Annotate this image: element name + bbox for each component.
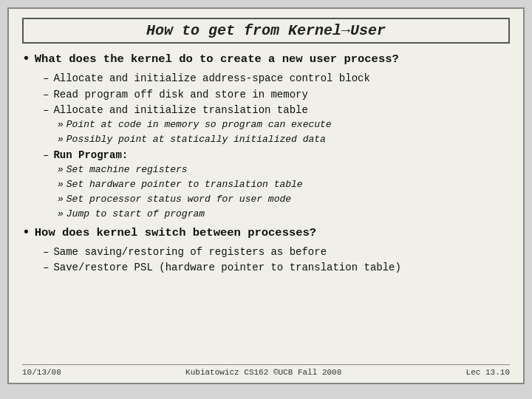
slide-content: • What does the kernel do to create a ne… <box>22 51 510 360</box>
sub-item-3-text: Allocate and initialize translation tabl… <box>53 103 307 117</box>
bullet-1: • What does the kernel do to create a ne… <box>22 51 510 68</box>
run-sub-3-text: Set processor status word for user mode <box>66 193 291 207</box>
run-sub-4-text: Jump to start of program <box>66 208 205 222</box>
run-sub-2: » Set hardware pointer to translation ta… <box>58 178 510 192</box>
sub-item-1: – Allocate and initialize address-space … <box>43 71 510 86</box>
sub-dash-3: – <box>43 103 49 117</box>
arrow-2: » <box>58 133 64 147</box>
bullet-2-sub-1: – Same saving/restoring of registers as … <box>43 245 510 259</box>
bullet-2-sublist: – Same saving/restoring of registers as … <box>43 245 510 276</box>
sub-sub-item-2: » Possibly point at statically initializ… <box>58 133 510 147</box>
sub-sub-item-2-text: Possibly point at statically initialized… <box>66 133 326 147</box>
run-sub-4: » Jump to start of program <box>58 208 510 222</box>
sub-sub-list-1: » Point at code in memory so program can… <box>58 118 510 147</box>
sub-dash-run: – <box>43 148 49 163</box>
bullet-1-dot: • <box>22 51 30 68</box>
b2-dash-2: – <box>43 260 49 275</box>
run-sub-2-text: Set hardware pointer to translation tabl… <box>66 178 303 192</box>
bullet-2-text: How does kernel switch between processes… <box>35 225 316 241</box>
run-sub-3: » Set processor status word for user mod… <box>58 193 510 207</box>
slide-title: How to get from Kernel→User <box>146 22 386 39</box>
run-arrow-3: » <box>58 193 64 207</box>
bullet-2-sub-2-text: Save/restore PSL (hardware pointer to tr… <box>53 260 400 275</box>
sub-item-2-text: Read program off disk and store in memor… <box>53 87 307 102</box>
footer-lecture: Lec 13.10 <box>466 368 510 377</box>
slide: How to get from Kernel→User • What does … <box>7 7 525 384</box>
footer-date: 10/13/08 <box>22 368 61 377</box>
run-sub-1: » Set machine registers <box>58 163 510 177</box>
sub-item-2: – Read program off disk and store in mem… <box>43 87 510 102</box>
bullet-1-sublist: – Allocate and initialize address-space … <box>43 71 510 221</box>
sub-dash-1: – <box>43 71 49 86</box>
title-box: How to get from Kernel→User <box>22 18 510 44</box>
arrow-1: » <box>58 118 64 132</box>
run-sub-1-text: Set machine registers <box>66 163 188 177</box>
footer-course: Kubiatowicz CS162 ©UCB Fall 2008 <box>185 368 341 377</box>
sub-sub-list-run: » Set machine registers » Set hardware p… <box>58 163 510 221</box>
run-arrow-4: » <box>58 208 64 222</box>
run-program-label: Run Program: <box>53 148 128 163</box>
sub-item-1-text: Allocate and initialize address-space co… <box>53 71 369 86</box>
sub-item-3: – Allocate and initialize translation ta… <box>43 103 510 117</box>
bullet-2: • How does kernel switch between process… <box>22 225 510 242</box>
bullet-2-sub-2: – Save/restore PSL (hardware pointer to … <box>43 260 510 275</box>
b2-dash-1: – <box>43 245 49 259</box>
bullet-1-text: What does the kernel do to create a new … <box>35 51 399 67</box>
sub-dash-2: – <box>43 87 49 102</box>
run-arrow-2: » <box>58 178 64 192</box>
sub-sub-item-1-text: Point at code in memory so program can e… <box>66 118 332 132</box>
run-arrow-1: » <box>58 163 64 177</box>
sub-sub-item-1: » Point at code in memory so program can… <box>58 118 510 132</box>
bullet-2-sub-1-text: Same saving/restoring of registers as be… <box>53 245 327 259</box>
footer: 10/13/08 Kubiatowicz CS162 ©UCB Fall 200… <box>22 364 510 377</box>
sub-item-run: – Run Program: <box>43 148 510 163</box>
bullet-2-dot: • <box>22 225 30 242</box>
